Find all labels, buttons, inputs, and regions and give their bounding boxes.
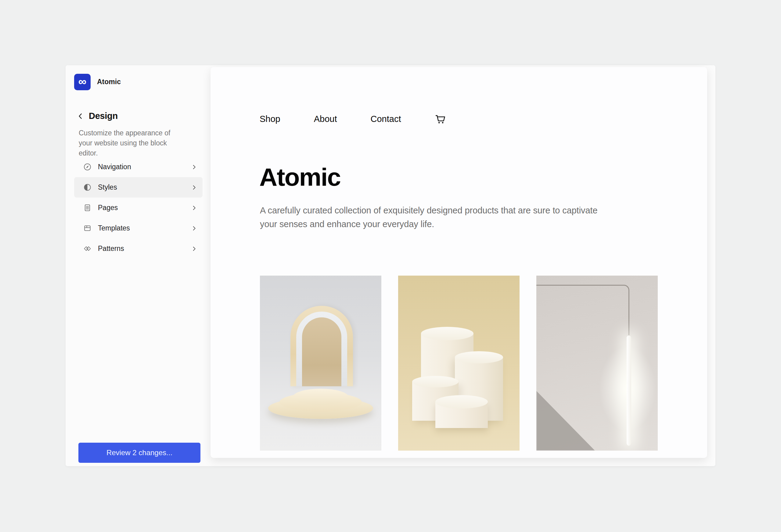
product-gallery [260,276,658,451]
shopping-cart-icon[interactable] [435,114,446,125]
sidebar-item-label: Patterns [98,245,184,253]
half-circle-icon [83,183,91,191]
diamonds-icon [83,245,91,253]
hero-description[interactable]: A carefully curated collection of exquis… [260,204,615,231]
sidebar-item-pages[interactable]: Pages [74,197,203,218]
cylinder-short-front [435,402,488,428]
sidebar-description: Customize the appearance of your website… [79,128,182,158]
compass-icon [83,163,91,171]
sidebar-item-patterns[interactable]: Patterns [74,238,203,259]
review-changes-button[interactable]: Review 2 changes... [78,443,200,463]
page-title: Design [89,111,118,121]
design-menu: Navigation Styles [74,157,203,259]
sidebar-item-templates[interactable]: Templates [74,218,203,238]
light-tube [627,336,631,446]
sidebar-item-label: Templates [98,224,184,232]
sidebar-item-navigation[interactable]: Navigation [74,157,203,177]
arch-opening-shape [302,317,341,386]
hero-title[interactable]: Atomic [259,165,340,190]
site-title: Atomic [97,78,121,86]
nav-link-shop[interactable]: Shop [260,114,280,124]
gallery-image-cylinders[interactable] [398,276,520,451]
chevron-left-icon[interactable] [77,112,84,120]
light-cord [536,285,629,336]
chevron-right-icon [191,246,198,252]
chevron-right-icon [191,225,198,232]
podium-step-top [293,389,348,405]
gallery-image-light-tube[interactable] [536,276,658,451]
site-preview-canvas: Shop About Contact Atomic A carefully cu… [210,67,707,458]
nav-link-about[interactable]: About [314,114,337,124]
sidebar-item-label: Styles [98,183,184,191]
nav-link-contact[interactable]: Contact [371,114,401,124]
site-navigation: Shop About Contact [260,112,446,126]
sidebar-item-label: Pages [98,204,184,212]
chevron-right-icon [191,184,198,191]
site-logo-button[interactable]: ∞ [74,74,91,90]
sidebar-item-label: Navigation [98,163,184,171]
infinity-icon: ∞ [78,76,86,87]
chevron-right-icon [191,164,198,170]
page-icon [83,204,91,212]
light-glow [582,321,658,451]
gallery-image-arch-podium[interactable] [260,276,381,451]
screen: ∞ Atomic Design Customize the appearance… [0,0,781,532]
design-header: Design [77,111,118,121]
site-editor-window: ∞ Atomic Design Customize the appearance… [66,65,715,466]
layout-icon [83,224,91,232]
chevron-right-icon [191,205,198,211]
sidebar-item-styles[interactable]: Styles [74,177,203,197]
